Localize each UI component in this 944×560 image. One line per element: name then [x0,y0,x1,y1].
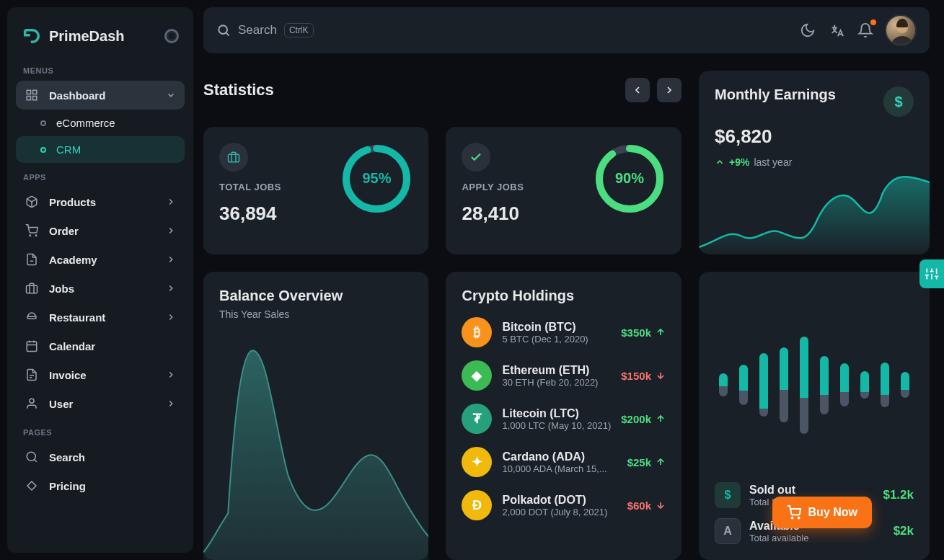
coin-icon: Ð [462,490,492,520]
sidebar-item-label: Pricing [49,480,86,492]
sidebar-item-label: Calendar [49,340,95,352]
search-trigger[interactable]: Search CtrlK [216,23,314,37]
sidebar-subitem-crm[interactable]: CRM [16,136,185,163]
avatar[interactable] [885,14,917,46]
crypto-value: $350k [621,326,666,339]
sidebar-item-dashboard[interactable]: Dashboard [16,81,185,110]
sidebar-item-restaurant[interactable]: Restaurant [16,303,185,332]
sidebar-subitem-ecommerce[interactable]: eCommerce [16,110,185,136]
statistics-header: Statistics [203,71,681,110]
crypto-item[interactable]: ₿ Bitcoin (BTC) 5 BTC (Dec 1, 2020) $350… [462,317,666,347]
crypto-name: Ethereum (ETH) [502,364,611,377]
brand-name: PrimeDash [49,28,125,45]
chevron-down-icon [166,90,176,100]
sidebar-item-label: Products [49,196,96,208]
brand[interactable]: PrimeDash [16,20,185,56]
svg-line-17 [34,459,36,461]
bar-pair [780,347,788,422]
chevron-right-icon [166,370,176,380]
notifications-button[interactable] [856,21,875,40]
earnings-title: Monthly Earnings [715,86,836,103]
crypto-item[interactable]: Ð Polkadot (DOT) 2,000 DOT (July 8, 2021… [462,490,666,520]
search-label: Search [238,23,277,37]
arrow-up-icon [715,157,725,167]
svg-point-31 [791,517,793,519]
svg-rect-2 [27,97,30,100]
crypto-item[interactable]: ✦ Cardano (ADA) 10,000 ADA (March 15,...… [462,447,666,477]
user-icon [25,396,39,411]
sidebar-collapse-toggle-icon[interactable] [164,29,179,43]
stat-ring: 95% [340,143,413,215]
buy-now-button[interactable]: Buy Now [772,497,872,528]
crypto-item[interactable]: ◆ Ethereum (ETH) 30 ETH (Feb 20, 2022) $… [462,360,666,391]
settings-fab[interactable] [919,259,944,288]
crypto-value: $25k [627,456,666,468]
svg-point-16 [27,452,35,461]
language-toggle[interactable] [827,21,846,40]
svg-point-15 [30,399,34,403]
translate-icon [829,22,844,38]
sidebar-item-label: User [49,398,73,410]
stats-prev-button[interactable] [625,78,650,102]
sidebar-item-label: Dashboard [49,89,105,102]
stat-card-apply-jobs: APPLY JOBS 28,410 90% [446,127,681,255]
sidebar-item-label: Restaurant [49,311,105,324]
crypto-sub: 5 BTC (Dec 1, 2020) [502,334,611,345]
sidebar-item-label: Search [49,451,85,463]
available-icon: A [715,518,741,544]
bar-pair [800,337,808,434]
sliders-icon [925,267,939,281]
buy-now-label: Buy Now [808,506,857,519]
svg-rect-1 [33,90,37,94]
sidebar-item-jobs[interactable]: Jobs [16,274,185,303]
stat-label: APPLY JOBS [462,182,524,192]
arrow-up-icon [656,327,666,337]
summary-value: $2k [894,524,914,538]
sidebar-item-invoice[interactable]: Invoice [16,360,185,389]
bar-top [840,363,849,393]
sidebar-item-user[interactable]: User [16,389,185,418]
stat-value: 28,410 [462,203,524,225]
stat-ring-label: 95% [340,143,413,215]
stat-card-total-jobs: TOTAL JOBS 36,894 95% [203,127,428,255]
sidebar-item-label: CRM [56,143,81,156]
statistics-title: Statistics [203,81,274,99]
crypto-name: Bitcoin (BTC) [502,321,611,334]
stats-next-button[interactable] [657,78,681,102]
crypto-name: Polkadot (DOT) [502,494,617,507]
crypto-value: $150k [621,370,666,382]
bar-pair [739,365,748,405]
crypto-holdings-card: Crypto Holdings ₿ Bitcoin (BTC) 5 BTC (D… [446,272,681,560]
crypto-sub: 10,000 ADA (March 15,... [502,463,617,474]
bell-icon [857,22,873,38]
crypto-item[interactable]: ₮ Litecoin (LTC) 1,000 LTC (May 10, 2021… [462,404,666,434]
sidebar-item-label: eCommerce [56,117,115,129]
crypto-name: Litecoin (LTC) [502,407,611,420]
monthly-earnings-card: Monthly Earnings $ $6,820 +9% last year [699,71,930,254]
theme-toggle[interactable] [798,21,817,40]
bar-pair [840,363,849,406]
briefcase-icon [219,143,248,172]
content: Statistics Monthly Earnings $ $6,820 +9%… [203,53,930,560]
sidebar-item-order[interactable]: Order [16,216,185,245]
sidebar-item-academy[interactable]: Academy [16,245,185,274]
crypto-title: Crypto Holdings [462,288,666,304]
crypto-value: $60k [627,499,666,512]
sidebar-section-pages: PAGES [16,418,185,443]
sidebar-section-apps: APPS [16,163,185,187]
search-icon [216,23,231,37]
bar-bottom [860,392,869,399]
sidebar-item-calendar[interactable]: Calendar [16,332,185,360]
chevron-right-icon [166,197,176,207]
sidebar-item-search[interactable]: Search [16,443,185,471]
arrow-up-icon [656,414,666,424]
chevron-right-icon [166,399,176,409]
sidebar-item-products[interactable]: Products [16,187,185,216]
stat-ring-label: 90% [594,143,666,215]
sidebar-item-pricing[interactable]: Pricing [16,471,185,500]
sidebar: PrimeDash MENUS Dashboard eCommerce CRM … [7,7,193,553]
bar-bottom [759,409,768,417]
tag-icon [25,479,39,493]
arrow-down-icon [656,370,666,381]
bar-bottom [840,392,849,406]
